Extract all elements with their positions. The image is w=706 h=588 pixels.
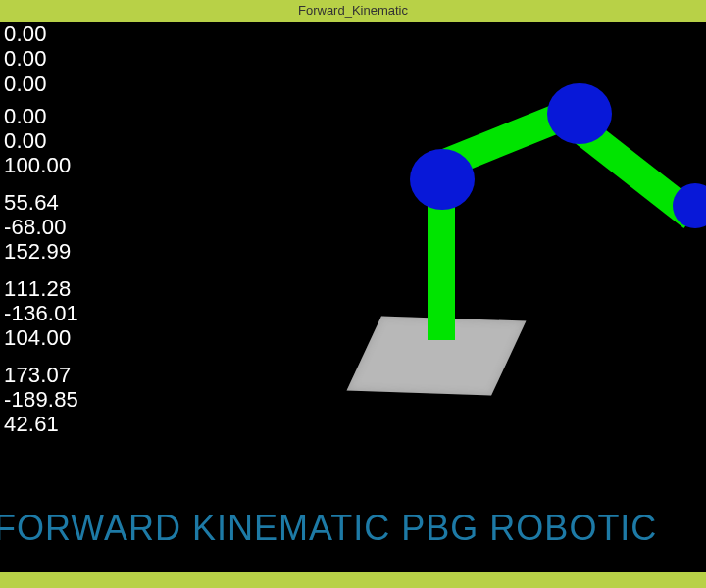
coord-value: 111.28 <box>4 276 78 301</box>
joint-elbow <box>547 83 612 144</box>
app-window: Forward_Kinematic 0.00 0.00 0.00 0.00 0.… <box>0 0 706 588</box>
coord-value: 173.07 <box>4 363 78 387</box>
coord-value: 0.00 <box>4 22 78 46</box>
titlebar[interactable]: Forward_Kinematic <box>0 0 706 22</box>
bottombar <box>0 572 706 588</box>
coord-value: 0.00 <box>4 46 78 71</box>
banner-text: FORWARD KINEMATIC PBG ROBOTIC <box>0 508 657 549</box>
coordinate-readout: 0.00 0.00 0.00 0.00 0.00 100.00 55.64 -6… <box>4 22 78 448</box>
coord-value: 0.00 <box>4 128 78 153</box>
coord-value: 55.64 <box>4 190 78 215</box>
robot-arm <box>343 85 706 399</box>
coord-value: 0.00 <box>4 104 78 128</box>
coord-group-3: 55.64 -68.00 152.99 <box>4 190 78 265</box>
coord-group-5: 173.07 -189.85 42.61 <box>4 363 78 437</box>
coord-value: 152.99 <box>4 239 78 264</box>
coord-value: 100.00 <box>4 153 78 177</box>
joint-shoulder <box>410 149 475 210</box>
coord-group-2: 0.00 0.00 100.00 <box>4 104 78 178</box>
coord-value: -136.01 <box>4 301 78 325</box>
coord-value: 0.00 <box>4 72 78 96</box>
coord-value: 42.61 <box>4 412 78 436</box>
link-vertical <box>428 198 455 340</box>
coord-value: -189.85 <box>4 387 78 412</box>
viewport-3d[interactable]: 0.00 0.00 0.00 0.00 0.00 100.00 55.64 -6… <box>0 22 706 572</box>
coord-value: -68.00 <box>4 215 78 239</box>
window-title: Forward_Kinematic <box>298 3 408 18</box>
coord-group-1: 0.00 0.00 0.00 <box>4 22 78 96</box>
coord-value: 104.00 <box>4 325 78 350</box>
coord-group-4: 111.28 -136.01 104.00 <box>4 276 78 351</box>
